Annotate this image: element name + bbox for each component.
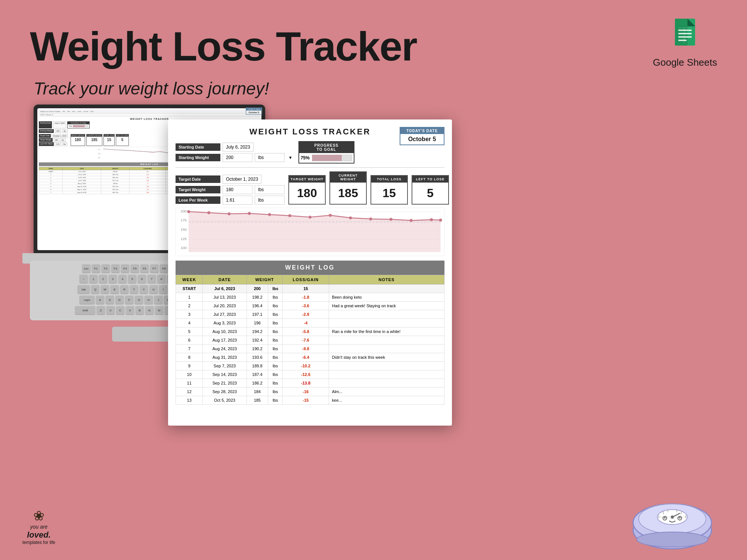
cell-unit-4: lbs [268,319,283,327]
starting-weight-dropdown[interactable]: ▼ [287,154,294,161]
loved-subtext: templates for life [22,540,55,545]
target-date-label: Target Date [176,175,220,183]
col-header-notes: NOTES [329,275,444,284]
cell-unit-9: lbs [268,362,283,370]
key-3: 3 [109,275,117,283]
mini-menu-view: View [72,111,75,112]
cell-unit-11: lbs [268,379,283,388]
starting-weight-unit: lbs [255,153,285,162]
svg-point-35 [390,218,393,221]
target-weight-row: Target Weight 180 lbs [176,185,285,194]
log-row-1: 1 Jul 13, 2023 198.2 lbs -1.8 Been doing… [176,293,444,302]
lose-per-week-label: Lose Per Week [176,196,220,204]
mini-col-loss: LOSS/GAIN [130,167,166,170]
key-q: Q [91,285,99,293]
key-d: D [115,296,124,304]
mini-total-loss-stat: TOTAL LOSS 15 [103,134,115,146]
progress-bar-outer [312,155,352,161]
weight-log-table: WEEK DATE WEIGHT LOSS/GAIN NOTES START J… [176,275,444,405]
loved-logo: ❀ you are loved. templates for life [22,508,55,545]
svg-text:175: 175 [98,149,100,150]
mini-lose-per-week-value: 1.61 [55,142,61,146]
weight-chart: 200 175 150 125 100 [176,208,444,256]
mini-today-box: TODAY'S DATE October 5 [246,108,261,115]
key-f: F [125,296,133,304]
cell-loss-9: -10.2 [283,362,329,370]
cell-date-11: Sep 21, 2023 [203,379,247,388]
cell-unit-10: lbs [268,370,283,379]
svg-text:125: 125 [98,157,100,159]
target-weight-stat-value: 180 [289,183,325,204]
current-weight-stat-value: 185 [330,183,366,204]
mini-formula-bar: 100% ▼ Months ▼ [40,114,53,116]
current-weight-stat-label: CURRENT WEIGHT [330,172,366,183]
cell-note-start [329,284,444,293]
svg-text:150: 150 [98,153,100,155]
cell-date-7: Aug 24, 2023 [203,345,247,353]
cell-week-6: 6 [176,336,203,345]
cell-week-11: 11 [176,379,203,388]
key-5: 5 [128,275,136,283]
mini-start-weight-label: Starting Weight [39,129,54,133]
svg-point-55 [679,517,681,519]
cell-loss-2: -3.6 [283,302,329,310]
key-w: W [101,285,109,293]
key-n: N [145,306,154,314]
svg-point-37 [430,218,433,221]
progress-label: PROGRESSTO GOAL [299,142,354,153]
cell-unit-3: lbs [268,310,283,319]
cell-weight-12: 184 [247,388,268,396]
spreadsheet-panel: TODAY'S DATE October 5 WEIGHT LOSS TRACK… [168,119,452,426]
log-row-8: 8 Aug 31, 2023 193.6 lbs -6.4 Didn't sta… [176,353,444,362]
cell-note-1: Been doing keto [329,293,444,302]
col-header-date: DATE [203,275,247,284]
cell-note-11 [329,379,444,388]
starting-weight-row: Starting Weight 200 lbs ▼ [176,153,294,162]
cell-date-9: Sep 7, 2023 [203,362,247,370]
cell-date-13: Oct 5, 2023 [203,396,247,405]
mini-progress-pct: 75% [68,125,72,127]
starting-fields: Starting Date July 6, 2023 Starting Weig… [176,143,294,162]
mini-menu-data: Data [90,111,93,112]
cell-unit-2: lbs [268,302,283,310]
key-r: R [120,285,128,293]
svg-marker-24 [189,212,440,252]
key-u: U [149,285,158,293]
cell-date-10: Sep 14, 2023 [203,370,247,379]
log-row-2: 2 Jul 20, 2023 196.4 lbs -3.6 Had a grea… [176,302,444,310]
cell-date-12: Sep 28, 2023 [203,388,247,396]
key-b: B [136,306,144,314]
cell-date-8: Aug 31, 2023 [203,353,247,362]
starting-date-value: July 6, 2023 [223,143,254,152]
target-weight-label: Target Weight [176,186,220,193]
mini-menu-format: Format [84,111,89,112]
cell-unit-1: lbs [268,293,283,302]
lose-per-week-row: Lose Per Week 1.61 lbs [176,196,285,205]
svg-point-31 [309,216,311,219]
target-weight-stat-box: TARGET WEIGHT 180 [288,175,326,205]
svg-point-25 [187,210,190,213]
key-8: 8 [157,275,165,283]
key-f4: F4 [121,264,129,273]
key-esc: esc [82,264,90,273]
key-g: G [135,296,143,304]
key-i: I [159,285,167,293]
mini-target-date-value: October 1, 2023 [52,134,68,138]
cell-note-4 [329,319,444,327]
cell-weight-11: 186.2 [247,379,268,388]
mini-lose-per-week-label: Lose Per Week [39,142,54,146]
mini-target-weight-stat: TARGET WEIGHT 180 [71,134,85,146]
stats-section: Target Date October 1, 2023 Target Weigh… [176,171,444,205]
cell-weight-7: 190.2 [247,345,268,353]
cell-weight-3: 197.1 [247,310,268,319]
mini-menu-insert: Insert [78,111,81,112]
cell-weight-8: 193.6 [247,353,268,362]
google-sheets-label: Google Sheets [653,57,717,68]
key-tab: tab [78,285,90,293]
cell-date-2: Jul 20, 2023 [203,302,247,310]
cell-week-10: 10 [176,370,203,379]
svg-rect-1 [675,19,688,46]
mini-start-weight-unit: lbs [62,129,67,133]
cell-note-2: Had a great week! Staying on track [329,302,444,310]
cell-date-4: Aug 3, 2023 [203,319,247,327]
